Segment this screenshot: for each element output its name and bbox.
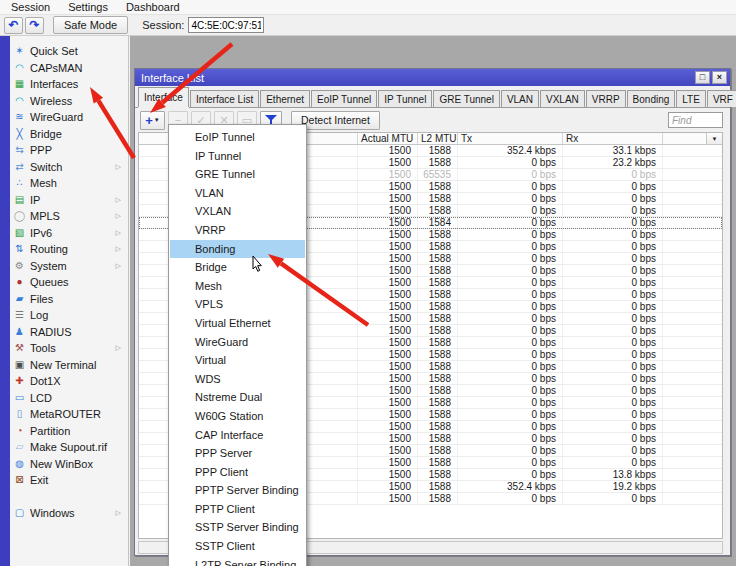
context-menu-item[interactable]: Virtual Ethernet bbox=[170, 314, 305, 333]
sidebar-item[interactable]: ☰ Log bbox=[12, 307, 127, 324]
tab-label: IP Tunnel bbox=[384, 94, 426, 105]
context-menu-item[interactable]: PPP Client bbox=[170, 463, 305, 482]
cell-l2-mtu: 1588 bbox=[417, 229, 457, 240]
context-menu-item[interactable]: L2TP Server Binding bbox=[170, 556, 305, 566]
tab[interactable]: Interface bbox=[138, 87, 189, 107]
sidebar-item[interactable]: ╳ Bridge bbox=[12, 126, 127, 143]
cell-actual-mtu: 1500 bbox=[357, 421, 417, 432]
sidebar-item[interactable]: ◠ Wireless bbox=[12, 93, 127, 110]
sidebar-item[interactable]: ◍ New WinBox bbox=[12, 456, 127, 473]
tab[interactable]: VXLAN bbox=[540, 90, 585, 107]
context-menu-item[interactable]: W60G Station bbox=[170, 407, 305, 426]
tab[interactable]: VRRP bbox=[586, 90, 626, 107]
find-input[interactable] bbox=[668, 112, 723, 128]
sidebar-item[interactable]: ⚒ Tools ▷ bbox=[12, 340, 127, 357]
sidebar-item[interactable]: ▰ Files bbox=[12, 291, 127, 308]
sidebar-item[interactable]: ◔ Partition bbox=[12, 423, 127, 440]
sidebar-item-label: MetaROUTER bbox=[27, 408, 101, 420]
session-field[interactable] bbox=[188, 17, 264, 33]
sidebar-item[interactable]: ✶ Quick Set bbox=[12, 43, 127, 60]
context-menu-item[interactable]: SSTP Client bbox=[170, 537, 305, 556]
sidebar-item[interactable]: ≋ WireGuard bbox=[12, 109, 127, 126]
menu-dashboard[interactable]: Dashboard bbox=[119, 1, 187, 13]
sidebar-item[interactable]: ▢ Windows ▷ bbox=[12, 505, 127, 522]
context-menu-item[interactable]: SSTP Server Binding bbox=[170, 518, 305, 537]
sidebar-item[interactable]: ▤ IP ▷ bbox=[12, 192, 127, 209]
sidebar-item[interactable]: ● Queues bbox=[12, 274, 127, 291]
sidebar-item[interactable]: ▣ New Terminal bbox=[12, 357, 127, 374]
redo-button[interactable]: ↷ bbox=[25, 17, 44, 34]
window-titlebar[interactable]: Interface List □ × bbox=[135, 69, 730, 86]
sidebar-item[interactable]: ⇆ PPP bbox=[12, 142, 127, 159]
column-header-rx[interactable]: Rx bbox=[562, 133, 662, 144]
safe-mode-button[interactable]: Safe Mode bbox=[53, 16, 128, 34]
column-header-l2-mtu[interactable]: L2 MTU bbox=[417, 133, 457, 144]
redo-icon: ↷ bbox=[29, 18, 39, 32]
close-button[interactable]: × bbox=[712, 71, 727, 84]
maximize-button[interactable]: □ bbox=[695, 71, 710, 84]
sidebar-item-label: Switch bbox=[27, 161, 62, 173]
sidebar-item[interactable]: ⚙ System ▷ bbox=[12, 258, 127, 275]
sidebar-item[interactable]: ▱ Make Supout.rif bbox=[12, 439, 127, 456]
sidebar-item[interactable]: ▭ LCD bbox=[12, 390, 127, 407]
context-menu-item[interactable]: Virtual bbox=[170, 351, 305, 370]
tab[interactable]: VRF bbox=[707, 90, 736, 107]
context-menu-item[interactable]: PPP Server bbox=[170, 444, 305, 463]
add-button[interactable]: + ▼ bbox=[140, 111, 165, 130]
maximize-icon: □ bbox=[700, 73, 705, 82]
sidebar-item[interactable]: ◯ MPLS ▷ bbox=[12, 208, 127, 225]
context-menu-item[interactable]: Bridge bbox=[170, 258, 305, 277]
tab[interactable]: EoIP Tunnel bbox=[311, 90, 377, 107]
sidebar-item[interactable]: ⊠ Exit bbox=[12, 472, 127, 489]
context-menu-item[interactable]: PPTP Server Binding bbox=[170, 481, 305, 500]
sidebar-item[interactable]: ⇅ Routing ▷ bbox=[12, 241, 127, 258]
context-menu-item[interactable]: CAP Interface bbox=[170, 426, 305, 445]
tab[interactable]: Bonding bbox=[627, 90, 676, 107]
context-menu-item[interactable]: PPTP Client bbox=[170, 500, 305, 519]
context-menu-item[interactable]: IP Tunnel bbox=[170, 147, 305, 166]
context-menu-item[interactable]: VLAN bbox=[170, 184, 305, 203]
column-header-tx[interactable]: Tx bbox=[457, 133, 562, 144]
sidebar-item[interactable]: ⇄ Switch ▷ bbox=[12, 159, 127, 176]
tab[interactable]: Interface List bbox=[190, 90, 259, 107]
menu-settings[interactable]: Settings bbox=[61, 1, 115, 13]
cell-rx: 0 bps bbox=[562, 409, 662, 420]
column-header-actual-mtu[interactable]: Actual MTU bbox=[357, 133, 417, 144]
context-menu-item[interactable]: WDS bbox=[170, 370, 305, 389]
context-menu-item[interactable]: Mesh bbox=[170, 277, 305, 296]
cell-actual-mtu: 1500 bbox=[357, 313, 417, 324]
sidebar-item[interactable]: ✚ Dot1X bbox=[12, 373, 127, 390]
tab[interactable]: IP Tunnel bbox=[378, 90, 432, 107]
submenu-arrow-icon: ▷ bbox=[116, 212, 121, 220]
context-menu-item[interactable]: VXLAN bbox=[170, 202, 305, 221]
cell-tx: 0 bps bbox=[457, 349, 562, 360]
sidebar-item-label: IPv6 bbox=[27, 227, 52, 239]
tab[interactable]: GRE Tunnel bbox=[433, 90, 499, 107]
context-menu-item[interactable]: WireGuard bbox=[170, 333, 305, 352]
sidebar-item[interactable]: ◠ CAPsMAN bbox=[12, 60, 127, 77]
tab[interactable]: VLAN bbox=[501, 90, 539, 107]
cell-l2-mtu: 1588 bbox=[417, 445, 457, 456]
tab[interactable]: Ethernet bbox=[260, 90, 310, 107]
cell-actual-mtu: 1500 bbox=[357, 253, 417, 264]
sidebar-item[interactable]: ▦ Interfaces bbox=[12, 76, 127, 93]
context-menu-item[interactable]: Bonding bbox=[170, 240, 305, 259]
sidebar-item[interactable]: ∴ Mesh bbox=[12, 175, 127, 192]
context-menu-item[interactable]: VPLS bbox=[170, 295, 305, 314]
cell-actual-mtu: 1500 bbox=[357, 409, 417, 420]
tab-label: Interface bbox=[144, 92, 183, 103]
sidebar-item[interactable]: ▧ IPv6 ▷ bbox=[12, 225, 127, 242]
undo-button[interactable]: ↶ bbox=[4, 17, 23, 34]
context-menu-item[interactable]: VRRP bbox=[170, 221, 305, 240]
context-menu-item[interactable]: Nstreme Dual bbox=[170, 388, 305, 407]
cell-l2-mtu: 1584 bbox=[417, 217, 457, 228]
sidebar-item[interactable]: ▯ MetaROUTER bbox=[12, 406, 127, 423]
sidebar-item-label: Routing bbox=[27, 243, 68, 255]
cell-extra bbox=[662, 193, 722, 204]
tab[interactable]: LTE bbox=[676, 90, 706, 107]
context-menu-item[interactable]: GRE Tunnel bbox=[170, 165, 305, 184]
context-menu-item[interactable]: EoIP Tunnel bbox=[170, 128, 305, 147]
column-picker-button[interactable]: ▼ bbox=[706, 133, 722, 144]
menu-session[interactable]: Session bbox=[4, 1, 57, 13]
sidebar-item[interactable]: ♟ RADIUS bbox=[12, 324, 127, 341]
